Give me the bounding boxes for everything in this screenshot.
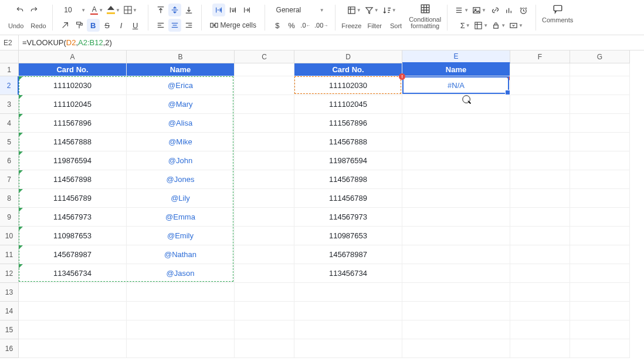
cell-G14[interactable] — [570, 302, 630, 320]
header-cell-E[interactable]: Name — [402, 63, 510, 76]
cell-E6[interactable] — [402, 151, 510, 170]
cell-B10[interactable]: @Emily — [127, 227, 235, 245]
cell-G16[interactable] — [570, 339, 630, 358]
halign-center-button[interactable] — [168, 19, 181, 32]
cell-F9[interactable] — [510, 208, 570, 227]
cell-E3[interactable] — [402, 95, 510, 114]
font-size-select[interactable]: 10▼ — [62, 4, 88, 16]
protect-button[interactable]: ▼ — [490, 19, 507, 32]
column-header-B[interactable]: B — [127, 50, 235, 63]
cell-B8[interactable]: @Lily — [127, 189, 235, 208]
cell-G8[interactable] — [570, 189, 630, 208]
cell-reference-box[interactable]: E2 — [0, 35, 19, 50]
cell-F16[interactable] — [510, 339, 570, 358]
cell-A7[interactable]: 114567898 — [19, 170, 127, 189]
cell-F5[interactable] — [510, 133, 570, 151]
cell-C10[interactable] — [235, 227, 294, 245]
cell-C14[interactable] — [235, 302, 294, 320]
cell-A4[interactable]: 111567896 — [19, 114, 127, 133]
freeze-button[interactable]: ▼ — [346, 4, 362, 16]
underline-button[interactable]: U — [129, 19, 142, 32]
cell-A13[interactable] — [19, 283, 127, 302]
format-painter-button[interactable] — [73, 19, 86, 32]
header-cell-D[interactable]: Card No. — [294, 63, 402, 76]
cell-F12[interactable] — [510, 264, 570, 283]
row-header-3[interactable]: 3 — [0, 95, 19, 114]
cell-B5[interactable]: @Mike — [127, 133, 235, 151]
cell-A16[interactable] — [19, 339, 127, 358]
cell-E7[interactable] — [402, 170, 510, 189]
cell-E10[interactable] — [402, 227, 510, 245]
pivot-button[interactable]: ▼ — [473, 19, 489, 32]
cell-D10[interactable]: 110987653 — [294, 227, 402, 245]
halign-left-button[interactable] — [154, 19, 167, 32]
cell-D4[interactable]: 111567896 — [294, 114, 402, 133]
column-header-F[interactable]: F — [510, 50, 570, 63]
cell-C5[interactable] — [235, 133, 294, 151]
fill-color-button[interactable]: ▼ — [106, 4, 121, 16]
cell-D3[interactable]: 111102045 — [294, 95, 402, 114]
cell-G7[interactable] — [570, 170, 630, 189]
row-header-4[interactable]: 4 — [0, 114, 19, 133]
cell-E11[interactable] — [402, 245, 510, 264]
spreadsheet-grid[interactable]: ABCDEFG 12345678910111213141516 Card No.… — [0, 50, 644, 361]
header-cell-C[interactable] — [235, 63, 294, 76]
cell-C12[interactable] — [235, 264, 294, 283]
autosum-button[interactable]: Σ▼ — [459, 19, 472, 32]
cell-C15[interactable] — [235, 320, 294, 339]
row-header-13[interactable]: 13 — [0, 283, 19, 302]
clear-format-button[interactable] — [59, 19, 72, 32]
increase-decimal-button[interactable]: .00→ — [313, 19, 329, 32]
row-header-11[interactable]: 11 — [0, 245, 19, 264]
cell-A8[interactable]: 111456789 — [19, 189, 127, 208]
cell-G2[interactable] — [570, 76, 630, 95]
wrap-wrap-button[interactable] — [226, 4, 239, 16]
cell-D6[interactable]: 119876594 — [294, 151, 402, 170]
cell-G11[interactable] — [570, 245, 630, 264]
cell-F10[interactable] — [510, 227, 570, 245]
dropdown-btn[interactable]: ▼ — [508, 19, 524, 32]
cell-G5[interactable] — [570, 133, 630, 151]
insert-chart-button[interactable] — [503, 4, 516, 16]
column-header-G[interactable]: G — [570, 50, 630, 63]
cell-D11[interactable]: 145678987 — [294, 245, 402, 264]
cell-G9[interactable] — [570, 208, 630, 227]
cell-G12[interactable] — [570, 264, 630, 283]
column-header-A[interactable]: A — [19, 50, 127, 63]
sort-button[interactable]: ▼ — [381, 4, 398, 16]
row-header-1[interactable]: 1 — [0, 63, 19, 76]
row-header-12[interactable]: 12 — [0, 264, 19, 283]
cell-G3[interactable] — [570, 95, 630, 114]
cell-F2[interactable] — [510, 76, 570, 95]
cell-D7[interactable]: 114567898 — [294, 170, 402, 189]
row-header-10[interactable]: 10 — [0, 227, 19, 245]
cell-E16[interactable] — [402, 339, 510, 358]
cell-B2[interactable]: @Erica — [127, 76, 235, 95]
header-cell-F[interactable] — [510, 63, 570, 76]
number-format-select[interactable]: General▼ — [275, 4, 326, 16]
cell-F4[interactable] — [510, 114, 570, 133]
cell-C9[interactable] — [235, 208, 294, 227]
cell-A12[interactable]: 113456734 — [19, 264, 127, 283]
merge-cells-button[interactable]: Merge cells — [208, 19, 259, 32]
borders-button[interactable]: ▼ — [123, 4, 138, 16]
cell-A14[interactable] — [19, 302, 127, 320]
cell-B12[interactable]: @Jason — [127, 264, 235, 283]
cell-B4[interactable]: @Alisa — [127, 114, 235, 133]
row-header-16[interactable]: 16 — [0, 339, 19, 358]
cell-D13[interactable] — [294, 283, 402, 302]
cell-B15[interactable] — [127, 320, 235, 339]
cell-G4[interactable] — [570, 114, 630, 133]
percent-button[interactable]: % — [285, 19, 298, 32]
cell-C4[interactable] — [235, 114, 294, 133]
cell-F11[interactable] — [510, 245, 570, 264]
strikethrough-button[interactable]: S — [101, 19, 114, 32]
cell-C7[interactable] — [235, 170, 294, 189]
column-header-E[interactable]: E — [402, 50, 510, 63]
cell-F6[interactable] — [510, 151, 570, 170]
cell-B3[interactable]: @Mary — [127, 95, 235, 114]
cell-E14[interactable] — [402, 302, 510, 320]
cell-B6[interactable]: @John — [127, 151, 235, 170]
filter-button[interactable]: ▼ — [364, 4, 380, 16]
cell-D14[interactable] — [294, 302, 402, 320]
